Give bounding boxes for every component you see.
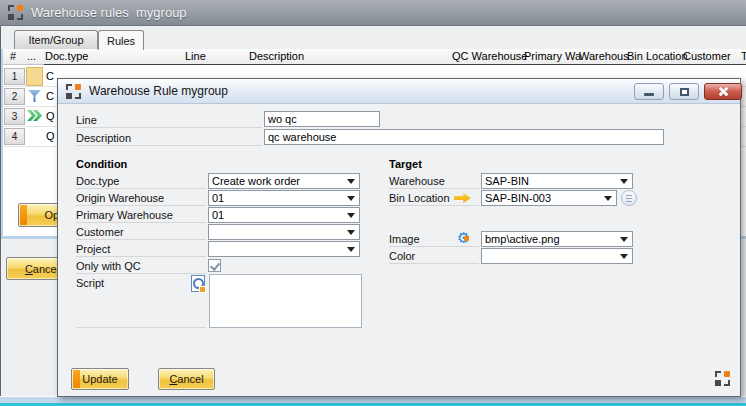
- minimize-icon: [644, 93, 654, 96]
- image-value: bmp\active.png: [482, 232, 618, 246]
- tab-item-group[interactable]: Item/Group: [14, 30, 98, 49]
- image-select[interactable]: bmp\active.png: [481, 231, 633, 247]
- header-divider: [44, 64, 746, 65]
- main-cancel-button-label: Cancel: [25, 263, 59, 275]
- script-lookup-icon[interactable]: [191, 275, 205, 292]
- bin-location-options-button[interactable]: [621, 190, 637, 206]
- warehouse-label: Warehouse: [389, 173, 479, 189]
- description-input[interactable]: [264, 129, 664, 145]
- chevron-down-icon: [620, 254, 628, 259]
- chevron-down-icon: [347, 213, 355, 218]
- column-header-t[interactable]: T: [741, 50, 746, 63]
- minimize-button[interactable]: [634, 83, 664, 100]
- column-header-warehouse[interactable]: Warehous: [579, 50, 629, 63]
- chevron-down-icon: [604, 196, 612, 201]
- column-header-doctype[interactable]: Doc.type: [45, 50, 88, 63]
- table-row-doctype[interactable]: Q: [46, 130, 55, 142]
- warehouse-rule-dialog: Warehouse Rule mygroup Line Description …: [57, 78, 741, 397]
- condition-heading: Condition: [76, 158, 127, 170]
- customer-label: Customer: [76, 224, 206, 240]
- origin-warehouse-label: Origin Warehouse: [76, 190, 206, 206]
- customer-select[interactable]: [208, 224, 360, 240]
- tab-rules-label: Rules: [107, 35, 135, 47]
- target-heading: Target: [389, 158, 422, 170]
- header-divider-light: [3, 64, 44, 65]
- dialog-logo-icon: [66, 84, 81, 99]
- table-row-doctype[interactable]: C: [46, 70, 54, 82]
- app-logo-icon: [8, 5, 23, 20]
- chevron-down-icon: [347, 196, 355, 201]
- warehouse-select[interactable]: SAP-BIN: [481, 173, 633, 189]
- chevron-down-icon: [347, 247, 355, 252]
- column-header-status[interactable]: ...: [27, 50, 36, 63]
- chevron-down-icon: [347, 179, 355, 184]
- column-header-description[interactable]: Description: [249, 50, 304, 63]
- bin-location-value: SAP-BIN-003: [482, 191, 602, 205]
- maximize-button[interactable]: [669, 83, 699, 100]
- line-label: Line: [76, 112, 262, 128]
- column-header-bin-location[interactable]: Bin Location: [627, 50, 688, 63]
- column-header-primary-wa[interactable]: Primary Wa: [524, 50, 581, 63]
- primary-warehouse-select[interactable]: 01: [208, 207, 360, 223]
- line-input[interactable]: [264, 111, 380, 127]
- origin-warehouse-value: 01: [209, 191, 345, 205]
- double-arrow-icon: [27, 110, 42, 121]
- chevron-down-icon: [347, 230, 355, 235]
- only-with-qc-label: Only with QC: [76, 258, 206, 274]
- doc-type-select[interactable]: Create work order: [208, 173, 360, 189]
- bin-location-select[interactable]: SAP-BIN-003: [481, 190, 617, 206]
- close-icon: [718, 86, 729, 97]
- column-header-customer[interactable]: Customer: [683, 50, 731, 63]
- update-button-label: Update: [82, 373, 117, 385]
- dialog-cancel-button-label: Cancel: [169, 373, 203, 385]
- primary-warehouse-label: Primary Warehouse: [76, 207, 206, 223]
- update-button[interactable]: Update: [71, 368, 129, 390]
- doc-type-value: Create work order: [209, 174, 345, 188]
- column-header-qc-warehouse[interactable]: QC Warehouse: [452, 50, 527, 63]
- only-with-qc-checkbox[interactable]: [208, 259, 221, 272]
- chevron-down-icon: [620, 237, 628, 242]
- row-number-cell[interactable]: 3: [4, 108, 25, 125]
- column-header-line[interactable]: Line: [185, 50, 206, 63]
- tab-rules[interactable]: Rules: [98, 30, 144, 50]
- primary-warehouse-value: 01: [209, 208, 345, 222]
- tab-item-group-label: Item/Group: [28, 34, 83, 46]
- gear-icon[interactable]: ⚙: [457, 230, 474, 247]
- table-row-doctype[interactable]: C: [46, 90, 54, 102]
- selected-cell[interactable]: [26, 67, 43, 86]
- main-titlebar: Warehouse rules mygroup: [0, 0, 746, 26]
- color-select[interactable]: [481, 248, 633, 264]
- table-row-doctype[interactable]: Q: [46, 110, 55, 122]
- close-button[interactable]: [704, 83, 742, 100]
- main-window-title: Warehouse rules mygroup: [31, 5, 187, 20]
- dialog-cancel-button[interactable]: Cancel: [158, 368, 215, 390]
- project-label: Project: [76, 241, 206, 257]
- row-number-cell[interactable]: 2: [4, 88, 25, 105]
- maximize-icon: [680, 88, 689, 96]
- project-select[interactable]: [208, 241, 360, 257]
- script-textarea[interactable]: [209, 274, 362, 328]
- main-window: Warehouse rules mygroup Item/Group Rules…: [0, 0, 746, 406]
- warehouse-value: SAP-BIN: [482, 174, 618, 188]
- origin-warehouse-select[interactable]: 01: [208, 190, 360, 206]
- row-number-cell[interactable]: 1: [4, 68, 25, 85]
- color-label: Color: [389, 248, 479, 264]
- description-label: Description: [76, 130, 262, 146]
- dialog-title: Warehouse Rule mygroup: [89, 84, 228, 98]
- row-number-cell[interactable]: 4: [4, 128, 25, 145]
- script-label: Script: [76, 275, 206, 328]
- chevron-down-icon: [620, 179, 628, 184]
- dialog-logo-grip-icon: [715, 371, 730, 386]
- doc-type-label: Doc.type: [76, 173, 206, 189]
- column-header-number[interactable]: #: [10, 50, 16, 63]
